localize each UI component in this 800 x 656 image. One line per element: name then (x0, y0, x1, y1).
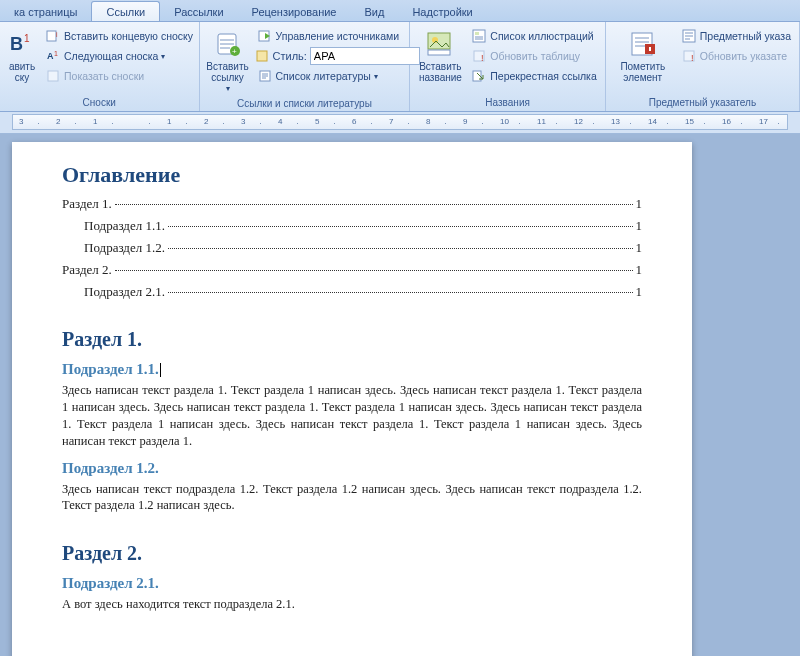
mark-entry-label: Пометить элемент (620, 61, 665, 83)
group-index: Пометить элемент Предметный указа ! Обно… (606, 22, 800, 111)
cross-reference-button[interactable]: Перекрестная ссылка (468, 67, 599, 85)
svg-rect-17 (475, 32, 479, 35)
insert-index-button[interactable]: Предметный указа (678, 27, 794, 45)
figures-list-button[interactable]: Список иллюстраций (468, 27, 599, 45)
style-select[interactable] (310, 47, 420, 65)
toc-leader (168, 226, 633, 227)
toc-page: 1 (636, 284, 643, 300)
paragraph[interactable]: А вот здесь находится текст подраздела 2… (62, 596, 642, 613)
heading-2: Подраздел 1.1. (62, 361, 642, 378)
update-index-button[interactable]: ! Обновить указате (678, 47, 794, 65)
toc-entry[interactable]: Подраздел 1.2. 1 (62, 240, 642, 256)
figures-list-icon (471, 28, 487, 44)
manage-sources-button[interactable]: Управление источниками (254, 27, 420, 45)
insert-caption-button[interactable]: Вставить название (415, 27, 465, 85)
svg-text:1: 1 (54, 50, 58, 57)
svg-text:B: B (10, 34, 23, 54)
heading-1: Раздел 1. (62, 328, 642, 351)
document-viewport[interactable]: Оглавление Раздел 1. 1Подраздел 1.1. 1По… (0, 134, 800, 656)
svg-rect-6 (48, 71, 58, 81)
toc-title: Оглавление (62, 162, 642, 188)
svg-rect-23 (649, 47, 651, 51)
group-footnotes-label: Сноски (5, 95, 194, 111)
mark-entry-icon (628, 29, 658, 59)
show-notes-icon (45, 68, 61, 84)
caption-icon (425, 29, 455, 59)
group-captions-label: Названия (415, 95, 599, 111)
endnote-icon: i (45, 28, 61, 44)
toc-leader (168, 248, 633, 249)
insert-endnote-button[interactable]: i Вставить концевую сноску (42, 27, 196, 45)
toc-entry[interactable]: Подраздел 1.1. 1 (62, 218, 642, 234)
bibliography-icon (257, 68, 273, 84)
footnote-icon: B1 (7, 29, 37, 59)
toc-entry[interactable]: Раздел 1. 1 (62, 196, 642, 212)
toc-leader (115, 204, 633, 205)
paragraph[interactable]: Здесь написан текст раздела 1. Текст раз… (62, 382, 642, 450)
toc-label: Подраздел 1.1. (84, 218, 165, 234)
toc-page: 1 (636, 196, 643, 212)
toc-label: Подраздел 2.1. (84, 284, 165, 300)
toc-leader (168, 292, 633, 293)
toc-label: Раздел 1. (62, 196, 112, 212)
next-footnote-icon: A1 (45, 48, 61, 64)
ribbon: B1 авить ску i Вставить концевую сноску … (0, 22, 800, 112)
ruler-area: 3·2·1··1·2·3·4·5·6·7·8·9·10·11·12·13·14·… (0, 112, 800, 134)
cross-ref-icon (471, 68, 487, 84)
bibliography-button[interactable]: Список литературы (254, 67, 420, 85)
citation-icon: + (213, 29, 243, 59)
heading-1: Раздел 2. (62, 542, 642, 565)
insert-footnote-label: авить ску (9, 61, 35, 83)
next-footnote-button[interactable]: A1 Следующая сноска (42, 47, 196, 65)
update-table-button[interactable]: ! Обновить таблицу (468, 47, 599, 65)
toc-page: 1 (636, 240, 643, 256)
heading-2: Подраздел 1.2. (62, 460, 642, 477)
tab-addins[interactable]: Надстройки (398, 2, 486, 21)
group-citations: + Вставить ссылку Управление источниками… (200, 22, 411, 111)
toc-page: 1 (636, 262, 643, 278)
group-index-label: Предметный указатель (611, 95, 794, 111)
page: Оглавление Раздел 1. 1Подраздел 1.1. 1По… (12, 142, 692, 656)
update-index-icon: ! (681, 48, 697, 64)
horizontal-ruler[interactable]: 3·2·1··1·2·3·4·5·6·7·8·9·10·11·12·13·14·… (12, 114, 788, 130)
show-footnotes-button[interactable]: Показать сноски (42, 67, 196, 85)
toc-leader (115, 270, 633, 271)
paragraph[interactable]: Здесь написан текст подраздела 1.2. Текс… (62, 481, 642, 515)
svg-rect-11 (257, 51, 267, 61)
svg-text:A: A (47, 51, 54, 61)
svg-rect-15 (428, 50, 450, 55)
svg-text:i: i (56, 31, 58, 38)
tab-references[interactable]: Ссылки (91, 1, 160, 21)
group-footnotes: B1 авить ску i Вставить концевую сноску … (0, 22, 200, 111)
insert-citation-label: Вставить ссылку (206, 61, 248, 83)
toc-page: 1 (636, 218, 643, 234)
toc-entry[interactable]: Подраздел 2.1. 1 (62, 284, 642, 300)
insert-caption-label: Вставить название (419, 61, 462, 83)
toc-label: Раздел 2. (62, 262, 112, 278)
tab-page-layout[interactable]: ка страницы (0, 2, 91, 21)
tab-review[interactable]: Рецензирование (238, 2, 351, 21)
insert-citation-button[interactable]: + Вставить ссылку (205, 27, 251, 96)
svg-rect-2 (47, 31, 56, 41)
group-citations-label: Ссылки и списки литературы (205, 96, 405, 112)
insert-footnote-button[interactable]: B1 авить ску (5, 27, 39, 85)
table-of-contents: Раздел 1. 1Подраздел 1.1. 1Подраздел 1.2… (62, 196, 642, 300)
heading-2: Подраздел 2.1. (62, 575, 642, 592)
ribbon-tabs: ка страницы Ссылки Рассылки Рецензирован… (0, 0, 800, 22)
svg-text:!: ! (481, 53, 484, 63)
mark-entry-button[interactable]: Пометить элемент (611, 27, 675, 85)
update-table-icon: ! (471, 48, 487, 64)
tab-view[interactable]: Вид (351, 2, 399, 21)
svg-rect-13 (428, 33, 450, 49)
svg-rect-16 (473, 30, 485, 42)
manage-sources-icon (257, 28, 273, 44)
style-icon (254, 48, 270, 64)
toc-entry[interactable]: Раздел 2. 1 (62, 262, 642, 278)
toc-label: Подраздел 1.2. (84, 240, 165, 256)
svg-text:+: + (232, 47, 237, 56)
tab-mailings[interactable]: Рассылки (160, 2, 237, 21)
style-label: Стиль: (273, 50, 307, 62)
index-icon (681, 28, 697, 44)
text-cursor (160, 363, 161, 377)
svg-text:!: ! (691, 53, 694, 63)
